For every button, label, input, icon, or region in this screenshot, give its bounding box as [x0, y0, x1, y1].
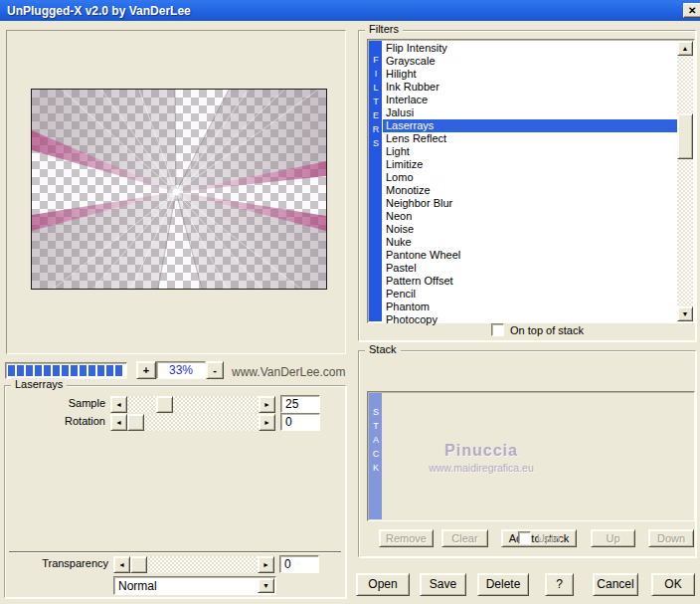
rotation-label: Rotation — [42, 414, 105, 429]
progress-segment — [106, 365, 113, 376]
vendor-website-label: www.VanDerLee.com — [232, 365, 346, 379]
remove-button[interactable]: Remove — [379, 529, 434, 547]
filter-list-item[interactable]: Hilight — [383, 68, 677, 81]
filter-list-item[interactable]: Pattern Offset — [383, 275, 677, 288]
filter-list-item[interactable]: Light — [383, 145, 677, 158]
zoom-in-button[interactable]: + — [136, 361, 156, 379]
filter-list-item[interactable]: Laserrays — [383, 119, 677, 132]
transparency-left-arrow-icon[interactable]: ◄ — [113, 556, 130, 573]
sample-right-arrow-icon[interactable]: ► — [259, 396, 275, 413]
filter-list-item[interactable]: Limitize — [383, 158, 677, 171]
upto-checkbox[interactable] — [518, 531, 531, 544]
blend-mode-value: Normal — [118, 578, 157, 594]
footer-button[interactable]: Open — [356, 573, 410, 596]
filter-list-item[interactable]: Neighbor Blur — [383, 197, 677, 210]
window-title: UnPlugged-X v2.0 by VanDerLee — [7, 4, 191, 18]
close-button[interactable]: ✕ — [683, 3, 700, 18]
filter-list-item[interactable]: Lens Reflect — [383, 132, 677, 145]
filter-list-item[interactable]: Monotize — [383, 184, 677, 197]
up-button[interactable]: Up — [591, 529, 635, 547]
filters-group-label: Filters — [365, 23, 403, 36]
rotation-slider-thumb[interactable] — [127, 414, 144, 431]
transparency-slider-track[interactable] — [130, 556, 258, 573]
rotation-right-arrow-icon[interactable]: ► — [259, 414, 275, 431]
down-button[interactable]: Down — [648, 529, 694, 547]
filter-list-item[interactable]: Noise — [383, 223, 677, 236]
progress-segment — [53, 365, 60, 376]
progress-segment — [88, 365, 95, 376]
filter-list-item[interactable]: Phantom — [383, 301, 677, 313]
sample-value-input[interactable]: 25 — [280, 395, 320, 413]
progress-segment — [35, 365, 42, 376]
upto-label: Upto — [537, 532, 560, 544]
filter-list-item[interactable]: Jalusi — [383, 106, 677, 119]
stack-strip-label: STACK — [369, 393, 382, 519]
footer-button[interactable]: ? — [545, 573, 574, 596]
transparency-label: Transparency — [35, 556, 108, 571]
stack-group: Stack Add to stack STACK Pinuccia www.ma… — [358, 350, 696, 557]
scroll-up-icon[interactable]: ▲ — [677, 41, 693, 56]
on-top-of-stack-label: On top of stack — [510, 324, 584, 336]
title-bar[interactable]: UnPlugged-X v2.0 by VanDerLee — [0, 0, 700, 21]
filters-strip-label: FILTERS — [369, 41, 382, 321]
progress-segment — [8, 365, 15, 376]
close-icon: ✕ — [688, 5, 696, 16]
sample-slider-track[interactable] — [127, 396, 259, 413]
unplugged-x-dialog: UnPlugged-X v2.0 by VanDerLee ✕ — [0, 0, 700, 604]
filter-list-item[interactable]: Flip Intensity — [383, 42, 677, 55]
progress-segment — [17, 365, 24, 376]
filter-list-item[interactable]: Pantone Wheel — [383, 249, 677, 262]
zoom-level-display: 33% — [156, 361, 206, 379]
combo-dropdown-button[interactable]: ▼ — [258, 578, 274, 593]
preview-image[interactable] — [31, 89, 327, 290]
laserrays-group-label: Laserrays — [11, 378, 67, 391]
progress-segment — [80, 365, 87, 376]
transparency-right-arrow-icon[interactable]: ► — [258, 556, 274, 573]
preview-panel — [6, 30, 346, 354]
watermark: Pinuccia www.maidiregrafica.eu — [382, 442, 581, 474]
clear-button[interactable]: Clear — [441, 529, 488, 547]
progress-segment — [44, 365, 51, 376]
footer-button[interactable]: Delete — [477, 573, 529, 596]
filter-list-item[interactable]: Nuke — [383, 236, 677, 249]
filter-list-item[interactable]: Ink Rubber — [383, 81, 677, 94]
footer-button[interactable]: OK — [651, 573, 695, 596]
blend-mode-select[interactable]: Normal ▼ — [113, 576, 276, 595]
laser-rays-graphic — [32, 90, 326, 289]
chevron-down-icon: ▼ — [262, 582, 269, 589]
footer-button[interactable]: Cancel — [593, 573, 638, 596]
rotation-value-input[interactable]: 0 — [280, 413, 320, 431]
scroll-down-icon[interactable]: ▼ — [677, 306, 693, 321]
progress-segment — [97, 365, 104, 376]
sample-label: Sample — [42, 396, 105, 411]
watermark-url: www.maidiregrafica.eu — [382, 462, 581, 474]
progress-segment — [115, 365, 122, 376]
transparency-value-input[interactable]: 0 — [279, 555, 319, 573]
filter-list-item[interactable]: Lomo — [383, 171, 677, 184]
filter-scrollbar[interactable]: ▲ ▼ — [677, 41, 693, 321]
watermark-name: Pinuccia — [382, 442, 581, 460]
filters-group: Filters FILTERS Flip Intensity Grayscale… — [358, 30, 696, 341]
scrollbar-thumb[interactable] — [677, 113, 693, 159]
progress-bar — [5, 362, 127, 379]
filter-list-item[interactable]: Pencil — [383, 288, 677, 301]
progress-segment — [26, 365, 33, 376]
rotation-slider-track[interactable] — [127, 414, 259, 431]
sample-left-arrow-icon[interactable]: ◄ — [110, 396, 127, 413]
stack-listbox[interactable]: STACK Pinuccia www.maidiregrafica.eu — [367, 391, 695, 521]
rotation-left-arrow-icon[interactable]: ◄ — [110, 414, 127, 431]
progress-segment — [71, 365, 78, 376]
filter-list-item[interactable]: Neon — [383, 210, 677, 223]
transparency-slider-thumb[interactable] — [130, 556, 147, 573]
filter-list-item[interactable]: Pastel — [383, 262, 677, 275]
progress-segment — [62, 365, 69, 376]
filter-list: Flip Intensity Grayscale Hilight Ink Rub… — [383, 42, 677, 326]
filter-listbox[interactable]: FILTERS Flip Intensity Grayscale Hilight… — [367, 39, 695, 323]
filter-list-item[interactable]: Grayscale — [383, 55, 677, 68]
footer-button[interactable]: Save — [420, 573, 466, 596]
filter-list-item[interactable]: Interlace — [383, 94, 677, 106]
sample-slider-thumb[interactable] — [156, 396, 173, 413]
zoom-out-button[interactable]: - — [206, 361, 224, 379]
stack-group-label: Stack — [365, 343, 401, 356]
on-top-of-stack-checkbox[interactable] — [491, 323, 504, 336]
